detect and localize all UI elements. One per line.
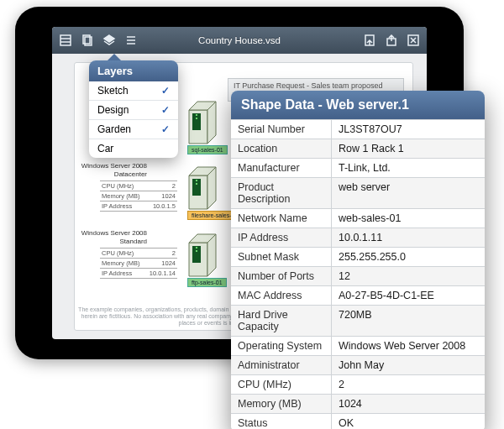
shape-data-value: Row 1 Rack 1 (332, 139, 485, 158)
toolbar: Country House.vsd (52, 27, 427, 54)
shape-data-row: CPU (MHz)2 (231, 374, 485, 394)
shape-data-value: 12 (332, 267, 485, 285)
shape-data-key: MAC Address (231, 286, 332, 305)
shape-data-value: JL3ST87OU7 (332, 120, 485, 139)
server-specs: CPU (MHz)2Memory (MB)1024IP Address10.0.… (100, 248, 177, 279)
layers-icon[interactable] (101, 32, 118, 49)
shape-data-value: T-Link, Ltd. (332, 159, 485, 177)
shape-data-value: OK (332, 414, 485, 429)
shape-data-key: IP Address (231, 228, 332, 247)
document-title: Country House.vsd (198, 27, 281, 54)
shape-data-row: Hard Drive Capacity720MB (231, 305, 485, 336)
layer-label: Garden (97, 123, 131, 135)
shape-data-row: Serial NumberJL3ST87OU7 (231, 119, 485, 139)
layer-item-sketch[interactable]: Sketch✓ (89, 81, 178, 101)
shape-data-key: Subnet Mask (231, 248, 332, 266)
shape-data-row: Network Nameweb-sales-01 (231, 208, 485, 228)
layer-item-garden[interactable]: Garden✓ (89, 120, 178, 139)
layer-item-design[interactable]: Design✓ (89, 101, 178, 120)
list-icon[interactable] (123, 32, 139, 49)
server-specs: CPU (MHz)2Memory (MB)1024IP Address10.0.… (100, 180, 177, 212)
shape-data-row: ManufacturerT-Link, Ltd. (231, 158, 485, 177)
shape-data-row: MAC AddressA0-27-B5-4D-C1-EE (231, 285, 485, 305)
shape-data-row: Memory (MB)1024 (231, 394, 485, 413)
shape-data-key: Number of Ports (231, 267, 332, 285)
shape-data-value: 2 (332, 375, 485, 394)
shape-data-key: Serial Number (231, 120, 332, 139)
view-outline-icon[interactable] (57, 32, 74, 49)
shape-data-key: Hard Drive Capacity (231, 306, 332, 336)
shape-data-panel: Shape Data - Web server.1 Serial NumberJ… (231, 91, 485, 429)
shape-data-row: AdministratorJohn May (231, 355, 485, 374)
layer-item-car[interactable]: Car (89, 139, 178, 158)
svg-point-18 (196, 114, 197, 116)
server-icon[interactable] (184, 162, 224, 212)
shape-data-key: Network Name (231, 209, 332, 228)
shape-data-key: Product Description (231, 178, 332, 208)
svg-point-25 (196, 183, 197, 185)
shape-data-key: Memory (MB) (231, 395, 332, 413)
svg-point-30 (196, 247, 197, 249)
layer-label: Sketch (97, 85, 129, 97)
shape-data-key: Location (231, 139, 332, 158)
shape-data-row: IP Address10.0.1.11 (231, 228, 485, 247)
shape-data-value: 720MB (332, 306, 485, 336)
svg-point-19 (196, 118, 197, 119)
close-icon[interactable] (405, 32, 422, 49)
shape-data-row: LocationRow 1 Rack 1 (231, 139, 485, 158)
shape-data-value: 255.255.255.0 (332, 248, 485, 266)
shape-data-value: 1024 (332, 395, 485, 413)
layers-popover: Layers Sketch✓Design✓Garden✓Car (89, 60, 178, 158)
shape-data-value: Windows Web Server 2008 (332, 337, 485, 355)
layers-title: Layers (89, 60, 178, 81)
shape-data-value: A0-27-B5-4D-C1-EE (332, 286, 485, 305)
shape-data-value: John May (332, 356, 485, 374)
check-icon: ✓ (161, 85, 170, 97)
server-icon[interactable] (184, 97, 224, 147)
shape-data-value: web server (332, 178, 485, 208)
shape-data-row: Operating SystemWindows Web Server 2008 (231, 336, 485, 355)
shape-data-key: CPU (MHz) (231, 375, 332, 394)
svg-point-31 (196, 250, 197, 252)
shape-data-row: StatusOK (231, 413, 485, 429)
server-tag: sql-sales-01 (187, 145, 228, 154)
server-label: Windows Server 2008 Standard (75, 229, 147, 246)
svg-rect-0 (60, 35, 71, 45)
layer-label: Car (97, 143, 113, 154)
shape-data-row: Product Descriptionweb server (231, 177, 485, 208)
svg-marker-5 (104, 35, 114, 42)
layer-label: Design (97, 104, 129, 116)
check-icon: ✓ (161, 104, 170, 116)
pages-icon[interactable] (79, 32, 96, 49)
server-label: Windows Server 2008 Datacenter (75, 162, 147, 179)
share-icon[interactable] (383, 32, 400, 49)
shape-data-value: 10.0.1.11 (332, 228, 485, 247)
layers-list: Sketch✓Design✓Garden✓Car (89, 81, 178, 158)
server-icon[interactable] (184, 229, 224, 280)
shape-data-value: web-sales-01 (332, 209, 485, 228)
shape-data-key: Manufacturer (231, 159, 332, 177)
shape-data-row: Number of Ports12 (231, 266, 485, 285)
svg-point-24 (196, 180, 197, 181)
shape-data-key: Administrator (231, 356, 332, 374)
shape-data-key: Status (231, 414, 332, 429)
shape-data-title: Shape Data - Web server.1 (231, 91, 485, 119)
check-icon: ✓ (161, 123, 170, 135)
server-tag: ftp-sales-01 (187, 278, 227, 287)
pdf-icon[interactable] (361, 32, 378, 49)
shape-data-row: Subnet Mask255.255.255.0 (231, 247, 485, 266)
shape-data-key: Operating System (231, 337, 332, 355)
